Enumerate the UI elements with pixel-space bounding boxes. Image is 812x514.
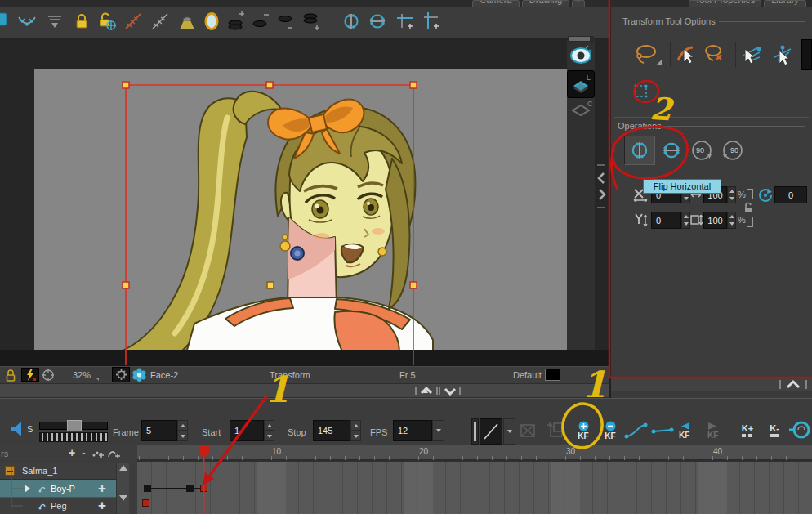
- reset-pivot-h-icon[interactable]: [395, 11, 415, 32]
- onion-remove-next-icon[interactable]: [275, 11, 295, 32]
- scale-x-spinner[interactable]: [727, 186, 736, 203]
- add-peg-icon[interactable]: [106, 448, 121, 459]
- tab-add-view[interactable]: +: [572, 0, 585, 7]
- add-child-button[interactable]: +: [98, 483, 106, 494]
- lock-icon[interactable]: [72, 11, 91, 32]
- frame-spinner[interactable]: [177, 420, 188, 441]
- peg-selection-mode-icon[interactable]: [633, 83, 649, 100]
- tab-tool-properties[interactable]: Tool Properties: [689, 0, 761, 7]
- snap-pivot-icon[interactable]: [771, 42, 796, 65]
- onion-add-prev-icon[interactable]: [226, 11, 246, 32]
- flip-vertical-button[interactable]: [658, 137, 685, 163]
- sound-scrub-icon[interactable]: [789, 419, 812, 440]
- remove-layer-button[interactable]: -: [82, 446, 86, 459]
- light-table-icon[interactable]: [177, 11, 197, 32]
- scroll-down-arrow[interactable]: [119, 495, 127, 501]
- operations-rule: [662, 126, 805, 127]
- ease-line-tool[interactable]: [480, 418, 502, 445]
- expose-plus-button[interactable]: K+: [737, 418, 758, 443]
- offset-y-field[interactable]: 0: [651, 212, 681, 229]
- timeline-zoom-slider[interactable]: [39, 422, 108, 430]
- peg-keyframe-frame1[interactable]: [142, 499, 149, 507]
- camera-eye-icon[interactable]: [569, 45, 592, 66]
- scale-y-spinner[interactable]: [727, 212, 736, 229]
- render-mode-button[interactable]: [21, 368, 39, 382]
- tab-library[interactable]: Library: [764, 0, 806, 7]
- expand-arrow-icon[interactable]: [25, 485, 30, 493]
- keyframe-dash: [194, 488, 200, 489]
- tab-drawing[interactable]: Drawing: [522, 0, 569, 7]
- sound-icon[interactable]: [10, 421, 26, 437]
- camera-flat-view-button[interactable]: C: [569, 100, 593, 119]
- no-exposure-icon-disabled[interactable]: [518, 420, 538, 441]
- track-row-divider: [137, 480, 812, 480]
- ease-handle-button[interactable]: [471, 418, 479, 445]
- prev-keyframe-button[interactable]: KF: [679, 418, 702, 444]
- status-target-icon[interactable]: [42, 369, 55, 382]
- zoom-dropdown-icon[interactable]: [96, 378, 99, 381]
- select-and-paint-icon[interactable]: [675, 42, 696, 65]
- flatten-icon[interactable]: [45, 11, 65, 32]
- flip-horizontal-icon[interactable]: [341, 11, 361, 32]
- color-swatch[interactable]: [545, 369, 560, 381]
- zoom-level[interactable]: 32%: [73, 370, 91, 380]
- status-lock-icon[interactable]: [4, 368, 17, 382]
- flip-vertical-icon[interactable]: [368, 11, 387, 32]
- keyframe-current-selected[interactable]: [200, 485, 207, 492]
- unlock-add-icon[interactable]: [97, 11, 117, 32]
- add-layer-button[interactable]: +: [69, 446, 75, 459]
- add-drawing-layer-icon[interactable]: [91, 449, 105, 458]
- stitch-gray-icon[interactable]: [150, 11, 170, 32]
- mirror-view-icon[interactable]: [202, 11, 221, 32]
- rotate-cw-button[interactable]: 90: [688, 137, 716, 163]
- onion-add-next-icon[interactable]: [301, 11, 321, 32]
- lasso-tool-button[interactable]: [631, 41, 663, 69]
- camera-stage[interactable]: [34, 69, 567, 350]
- prev-keyframe-arrow-icon: [679, 422, 690, 431]
- add-exposure-icon-disabled[interactable]: [546, 420, 567, 441]
- frame-field[interactable]: 5: [141, 420, 177, 441]
- camera-side-scrollbar[interactable]: [568, 36, 594, 42]
- splitter-collapse-up-button[interactable]: [415, 386, 461, 396]
- snap-and-select-icon[interactable]: [740, 42, 765, 65]
- reset-pivot-v-icon[interactable]: [422, 11, 441, 32]
- stop-spinner[interactable]: [350, 420, 361, 441]
- layer-color-flower-icon[interactable]: [132, 368, 146, 382]
- flip-horizontal-button[interactable]: [624, 136, 655, 165]
- stitch-red-icon[interactable]: [123, 11, 143, 32]
- rotate-ccw-button[interactable]: 90: [719, 137, 747, 163]
- fps-field[interactable]: 12: [393, 420, 432, 441]
- panel-splitter[interactable]: [596, 163, 608, 209]
- lasso-x-icon[interactable]: [703, 42, 727, 65]
- rotation-field[interactable]: 0: [774, 186, 807, 203]
- keyframe-frame4[interactable]: [186, 485, 194, 492]
- ease-curve-icon[interactable]: [17, 11, 37, 32]
- start-field[interactable]: 1: [230, 420, 264, 441]
- layers-scroll-column[interactable]: [116, 463, 129, 514]
- ease-dropdown-button[interactable]: [503, 418, 515, 445]
- layer-view-button[interactable]: L: [567, 70, 595, 98]
- motion-ease-icon[interactable]: [624, 422, 649, 440]
- fps-dropdown-button[interactable]: [432, 420, 444, 441]
- scroll-up-arrow[interactable]: [119, 465, 127, 471]
- add-child-button[interactable]: +: [98, 500, 106, 512]
- scale-lock-icon[interactable]: [743, 202, 754, 214]
- onion-remove-prev-icon[interactable]: [251, 11, 270, 32]
- scale-y-field[interactable]: 100: [703, 212, 727, 229]
- start-spinner[interactable]: [264, 420, 274, 441]
- remove-keyframe-button[interactable]: KF: [599, 418, 622, 444]
- expose-minus-button[interactable]: K-: [764, 418, 785, 443]
- panel-scroll-up-button[interactable]: [779, 379, 808, 390]
- tab-camera[interactable]: Camera: [472, 0, 520, 7]
- stop-field[interactable]: 145: [313, 420, 350, 441]
- clipped-toolbar-icon[interactable]: [0, 11, 8, 29]
- next-keyframe-button-disabled[interactable]: KF: [707, 418, 730, 444]
- layer-view-label: L: [587, 74, 591, 82]
- clipped-tool-button[interactable]: [801, 39, 812, 70]
- scale-y-percent: %: [738, 215, 746, 225]
- status-gear-button[interactable]: [112, 367, 130, 382]
- add-keyframe-button[interactable]: KF: [572, 418, 595, 444]
- linear-ease-icon[interactable]: [650, 423, 675, 438]
- offset-y-spinner[interactable]: [681, 212, 690, 229]
- slider-thumb[interactable]: [67, 420, 82, 431]
